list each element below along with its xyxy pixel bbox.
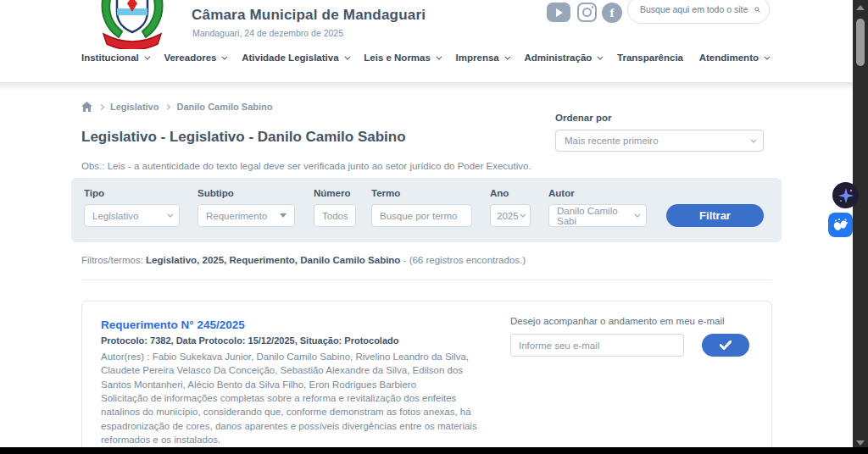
tipo-select[interactable]: Legislativo <box>84 204 180 227</box>
numero-input[interactable] <box>322 211 348 221</box>
scrollbar-thumb[interactable] <box>856 19 865 66</box>
filter-autor: Autor Danilo Camilo Sabi <box>548 188 647 227</box>
card-body: Autor(res) : Fabio Sukekava Junior, Dani… <box>101 350 492 446</box>
results-summary: Filtros/termos: Legislativo, 2025, Reque… <box>81 255 526 265</box>
nav-shadow <box>0 82 853 91</box>
libras-accessibility-widget[interactable] <box>828 213 853 237</box>
nav-administracao[interactable]: Administração <box>524 53 601 63</box>
nav-label: Vereadores <box>164 53 216 63</box>
filter-panel: Tipo Legislativo Subtipo Requerimento Nú… <box>71 178 782 242</box>
ano-select[interactable]: 2025 <box>490 204 531 227</box>
chevron-down-icon <box>436 53 442 59</box>
breadcrumb-author[interactable]: Danilo Camilo Sabino <box>176 102 272 112</box>
facebook-icon[interactable]: f <box>602 3 622 23</box>
chevron-down-icon <box>344 53 350 59</box>
email-field[interactable] <box>510 334 684 357</box>
site-search[interactable] <box>627 0 770 24</box>
home-icon[interactable] <box>81 102 92 112</box>
filtrar-button[interactable]: Filtrar <box>666 204 764 227</box>
requerimento-title-link[interactable]: Requerimento N° 245/2025 <box>101 318 245 331</box>
filter-numero: Número <box>314 188 356 227</box>
nav-imprensa[interactable]: Imprensa <box>456 53 509 63</box>
tipo-value: Legislativo <box>92 211 167 221</box>
subtipo-label: Subtipo <box>198 188 295 198</box>
ano-label: Ano <box>490 188 531 198</box>
page-title: Legislativo - Legislativo - Danilo Camil… <box>81 129 406 146</box>
order-label: Ordenar por <box>555 113 764 123</box>
nav-vereadores[interactable]: Vereadores <box>164 53 225 63</box>
nav-label: Atividade Legislativa <box>242 53 338 63</box>
breadcrumb: Legislativo Danilo Camilo Sabino <box>81 102 273 112</box>
breadcrumb-legislativo[interactable]: Legislativo <box>110 102 159 112</box>
caret-down-icon <box>280 213 287 218</box>
results-terms: Legislativo, 2025, Requerimento, Danilo … <box>146 255 400 265</box>
nav-atendimento[interactable]: Atendimento <box>699 53 768 63</box>
scroll-down-arrow-icon[interactable] <box>856 440 865 446</box>
chevron-down-icon <box>634 212 640 218</box>
subtipo-select[interactable]: Requerimento <box>198 204 295 227</box>
chevron-down-icon <box>504 53 510 59</box>
description-text: Solicitação de informações completas sob… <box>101 391 492 446</box>
chevron-down-icon <box>750 136 756 142</box>
chevron-down-icon <box>144 53 150 59</box>
chevron-down-icon <box>598 53 604 59</box>
termo-label: Termo <box>371 188 472 198</box>
hands-icon <box>832 217 849 233</box>
obs-note: Obs.: Leis - a autenticidade do texto le… <box>81 161 531 171</box>
scroll-up-arrow-icon[interactable] <box>856 5 865 10</box>
numero-field[interactable] <box>314 204 356 227</box>
chevron-down-icon <box>167 212 173 218</box>
order-block: Ordenar por Mais recente primeiro <box>555 113 764 152</box>
nav-atividade-legislativa[interactable]: Atividade Legislativa <box>242 53 348 63</box>
autor-label: Autor <box>548 188 647 198</box>
termo-field[interactable] <box>371 204 472 227</box>
follow-label: Desejo acompanhar o andamento em meu e-m… <box>510 316 725 326</box>
subscribe-button[interactable] <box>702 334 749 357</box>
autor-select[interactable]: Danilo Camilo Sabi <box>548 204 647 227</box>
nav-label: Administração <box>524 53 592 63</box>
results-prefix: Filtros/termos: <box>81 255 146 265</box>
browser-scrollbar[interactable] <box>853 0 868 454</box>
nav-transparencia[interactable]: Transparência <box>617 53 683 63</box>
search-icon[interactable] <box>754 3 760 17</box>
nav-institucional[interactable]: Institucional <box>81 53 148 63</box>
breadcrumb-separator <box>164 103 170 109</box>
nav-label: Leis e Normas <box>364 53 431 63</box>
filter-termo: Termo <box>371 188 472 227</box>
chevron-down-icon <box>222 53 228 59</box>
chevron-down-icon <box>520 212 526 218</box>
autor-value: Danilo Camilo Sabi <box>557 206 634 226</box>
site-title: Câmara Municipal de Mandaguari <box>192 7 426 24</box>
window-bottom-bar <box>0 447 868 454</box>
breadcrumb-separator <box>98 103 104 109</box>
numero-label: Número <box>314 188 356 198</box>
nav-label: Institucional <box>81 53 139 63</box>
site-date: Mandaguari, 24 de dezembro de 2025 <box>192 28 343 38</box>
subtipo-value: Requerimento <box>206 211 280 221</box>
result-card: Requerimento N° 245/2025 Protocolo: 7382… <box>81 301 772 454</box>
tipo-label: Tipo <box>84 188 180 198</box>
sparkle-star-icon <box>837 186 855 205</box>
protocol-line: Protocolo: 7382, Data Protocolo: 15/12/2… <box>101 335 398 346</box>
nav-label: Transparência <box>617 53 683 63</box>
city-crest-logo[interactable] <box>93 0 171 49</box>
ai-assistant-widget[interactable] <box>832 182 859 208</box>
section-divider <box>81 280 772 280</box>
check-icon <box>720 340 732 350</box>
ano-value: 2025 <box>497 211 520 221</box>
site-search-input[interactable] <box>640 4 754 14</box>
nav-leis-e-normas[interactable]: Leis e Normas <box>364 53 440 63</box>
youtube-icon[interactable] <box>547 3 570 22</box>
filter-subtipo: Subtipo Requerimento <box>198 188 295 227</box>
order-select-value: Mais recente primeiro <box>565 136 750 146</box>
termo-input[interactable] <box>380 211 464 221</box>
filter-ano: Ano 2025 <box>490 188 531 227</box>
nav-label: Imprensa <box>456 53 499 63</box>
order-select[interactable]: Mais recente primeiro <box>555 130 764 152</box>
filter-tipo: Tipo Legislativo <box>84 188 180 227</box>
instagram-icon[interactable] <box>577 3 597 22</box>
authors-text: Autor(res) : Fabio Sukekava Junior, Dani… <box>101 350 492 391</box>
results-count: - (66 registros encontrados.) <box>400 255 526 265</box>
main-nav: Institucional Vereadores Atividade Legis… <box>81 53 768 63</box>
nav-label: Atendimento <box>699 53 759 63</box>
